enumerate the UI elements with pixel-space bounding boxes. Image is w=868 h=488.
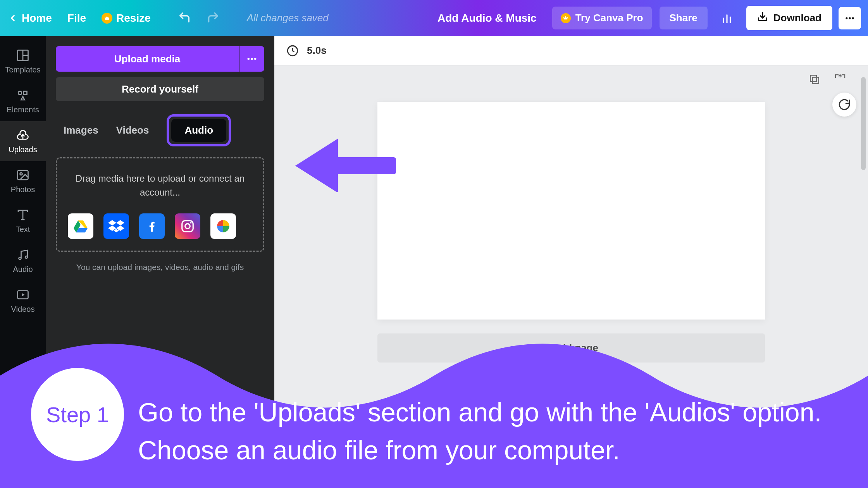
svg-rect-38 [810, 75, 816, 81]
duplicate-page-icon[interactable] [808, 73, 821, 87]
crown-icon [102, 13, 112, 24]
home-button[interactable]: Home [8, 12, 52, 24]
rail-photos[interactable]: Photos [0, 161, 46, 201]
timing-bar: 5.0s [274, 36, 868, 65]
upload-more-button[interactable] [239, 46, 264, 72]
more-menu-button[interactable] [839, 7, 861, 29]
rail-text[interactable]: Text [0, 201, 46, 241]
google-photos-icon[interactable] [210, 213, 236, 239]
try-pro-label: Try Canva Pro [575, 12, 643, 24]
dropbox-icon[interactable] [103, 213, 129, 239]
chevron-left-icon [8, 13, 18, 23]
tutorial-banner: Step 1 Go to the 'Uploads' section and g… [0, 329, 868, 488]
refresh-button[interactable] [832, 93, 856, 117]
svg-rect-13 [18, 170, 28, 180]
svg-point-33 [185, 224, 190, 229]
instagram-icon[interactable] [175, 213, 200, 239]
clock-icon [286, 44, 299, 57]
google-drive-icon[interactable] [68, 213, 93, 239]
resize-label: Resize [116, 12, 151, 24]
download-label: Download [773, 12, 822, 24]
svg-point-5 [849, 17, 851, 19]
svg-point-18 [25, 256, 28, 258]
download-icon [757, 11, 768, 25]
rail-videos[interactable]: Videos [0, 281, 46, 321]
upload-tabs: Images Videos Audio [56, 114, 264, 146]
dropzone-text: Drag media here to upload or connect an … [68, 172, 252, 199]
tab-audio[interactable]: Audio [171, 119, 226, 142]
rail-label: Elements [7, 105, 39, 114]
svg-point-10 [18, 91, 22, 95]
duration-value[interactable]: 5.0s [307, 45, 327, 57]
svg-rect-37 [813, 77, 819, 84]
topbar-left: Home File Resize All changes saved [8, 11, 329, 26]
upload-hint: You can upload images, videos, audio and… [56, 263, 264, 272]
svg-point-22 [251, 58, 253, 60]
file-menu[interactable]: File [67, 12, 86, 24]
share-button[interactable]: Share [660, 7, 708, 29]
undo-redo-group [178, 11, 220, 26]
download-button[interactable]: Download [746, 6, 832, 30]
save-status: All changes saved [247, 12, 329, 24]
upload-dropzone[interactable]: Drag media here to upload or connect an … [56, 157, 264, 252]
svg-point-6 [852, 17, 854, 19]
svg-marker-27 [108, 220, 116, 225]
tab-images[interactable]: Images [64, 124, 98, 136]
svg-point-14 [20, 173, 22, 175]
tab-videos[interactable]: Videos [116, 124, 149, 136]
rail-label: Photos [11, 185, 35, 194]
document-title[interactable]: Add Audio & Music [437, 12, 537, 24]
rail-uploads[interactable]: Uploads [0, 121, 46, 161]
try-pro-button[interactable]: Try Canva Pro [552, 7, 652, 29]
rail-templates[interactable]: Templates [0, 41, 46, 81]
rail-label: Audio [13, 265, 33, 274]
undo-button[interactable] [178, 11, 191, 26]
design-page[interactable] [377, 102, 765, 320]
svg-point-23 [254, 58, 257, 60]
page-tools [808, 73, 846, 87]
vertical-scrollbar[interactable] [861, 73, 866, 240]
svg-marker-20 [22, 293, 25, 297]
expand-page-icon[interactable] [834, 73, 846, 87]
record-yourself-button[interactable]: Record yourself [56, 77, 264, 101]
rail-label: Templates [5, 65, 40, 74]
crown-icon [561, 13, 571, 23]
insights-button[interactable] [715, 7, 739, 30]
tutorial-text: Go to the 'Uploads' section and go with … [138, 393, 852, 469]
top-bar: Home File Resize All changes saved Add A… [0, 0, 868, 36]
tab-audio-highlight: Audio [167, 114, 231, 146]
rail-label: Videos [11, 305, 35, 314]
home-label: Home [22, 12, 52, 24]
step-badge: Step 1 [31, 368, 124, 461]
svg-point-34 [190, 222, 192, 223]
facebook-icon[interactable] [139, 213, 165, 239]
svg-rect-11 [24, 91, 27, 95]
rail-label: Uploads [9, 145, 37, 154]
svg-marker-28 [116, 220, 124, 225]
rail-audio[interactable]: Audio [0, 241, 46, 281]
svg-point-21 [248, 58, 250, 60]
rail-label: Text [16, 225, 30, 234]
svg-point-17 [19, 257, 21, 259]
rail-elements[interactable]: Elements [0, 81, 46, 121]
upload-media-button[interactable]: Upload media [56, 46, 239, 72]
connect-accounts [68, 213, 252, 239]
svg-point-4 [846, 17, 847, 19]
redo-button[interactable] [207, 11, 220, 26]
resize-button[interactable]: Resize [102, 12, 151, 24]
